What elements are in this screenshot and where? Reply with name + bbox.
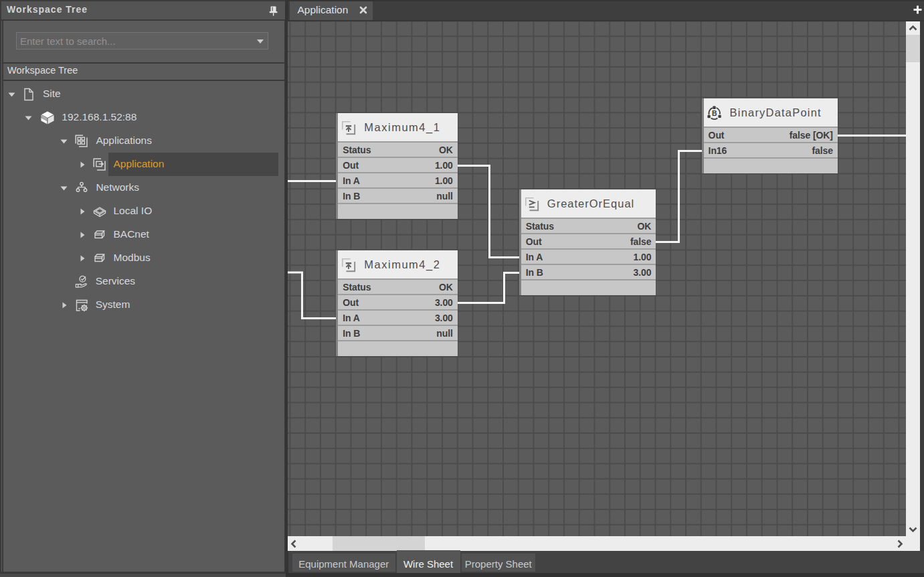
svg-text:B: B — [711, 109, 717, 117]
